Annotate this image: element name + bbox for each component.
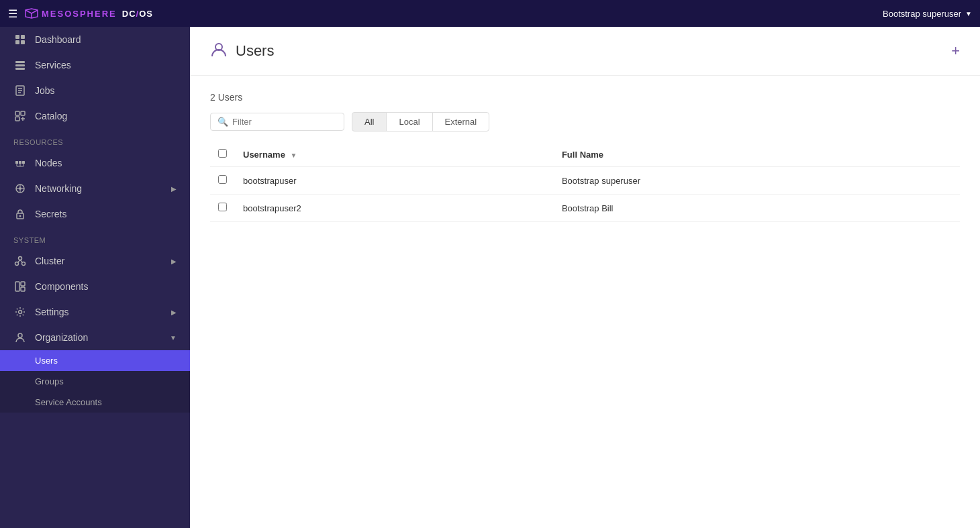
svg-point-30 — [19, 215, 21, 217]
users-table-body: bootstrapuser Bootstrap superuser bootst… — [210, 167, 960, 222]
dashboard-icon — [13, 34, 27, 46]
svg-rect-16 — [15, 161, 18, 164]
search-icon: 🔍 — [217, 117, 228, 127]
row-fullname: Bootstrap Bill — [554, 195, 960, 222]
fullname-label: Full Name — [562, 150, 603, 160]
add-user-button[interactable]: + — [951, 42, 960, 60]
page-users-icon — [210, 40, 228, 62]
svg-rect-6 — [15, 68, 25, 70]
sidebar-item-components[interactable]: Components — [0, 274, 190, 299]
main-layout: Dashboard Services — [0, 27, 980, 528]
brand-logo: MESOSPHERE DC/OS — [24, 7, 153, 19]
mesosphere-icon — [24, 7, 39, 19]
content-header: Users + — [190, 27, 980, 76]
svg-rect-3 — [21, 40, 25, 44]
sidebar-item-services[interactable]: Services — [0, 52, 190, 78]
select-all-header — [210, 142, 235, 167]
submenu-users-label: Users — [35, 356, 58, 366]
content-header-left: Users — [210, 40, 274, 62]
brand-dcos: DC/OS — [122, 9, 153, 19]
nodes-icon — [13, 157, 27, 169]
filter-tab-all[interactable]: All — [352, 112, 387, 131]
row-fullname: Bootstrap superuser — [554, 167, 960, 195]
sidebar-item-catalog[interactable]: Catalog — [0, 103, 190, 129]
sidebar-system-label: System — [0, 227, 190, 248]
sidebar-item-networking-label: Networking — [35, 183, 163, 194]
fullname-col-header: Full Name — [554, 142, 960, 167]
sidebar-item-secrets-label: Secrets — [35, 209, 177, 219]
filter-input-wrap: 🔍 — [210, 113, 344, 131]
svg-line-35 — [20, 260, 23, 263]
svg-rect-36 — [15, 282, 19, 291]
settings-icon — [13, 306, 27, 318]
sidebar-item-cluster[interactable]: Cluster ▶ — [0, 248, 190, 274]
sidebar-item-services-label: Services — [35, 60, 177, 70]
sidebar-item-networking[interactable]: Networking ▶ — [0, 176, 190, 201]
sidebar-item-nodes-label: Nodes — [35, 158, 177, 168]
svg-rect-5 — [15, 64, 25, 66]
sidebar-item-nodes[interactable]: Nodes — [0, 150, 190, 176]
submenu-groups-label: Groups — [35, 376, 64, 386]
filter-tab-external[interactable]: External — [432, 112, 490, 131]
svg-point-39 — [19, 311, 22, 314]
topnav: ☰ MESOSPHERE DC/OS Bootstrap superuser ▼ — [0, 0, 980, 27]
sidebar-item-components-label: Components — [35, 281, 177, 292]
jobs-icon — [13, 85, 27, 97]
topnav-username: Bootstrap superuser — [883, 9, 961, 19]
organization-icon — [13, 331, 27, 344]
select-all-checkbox[interactable] — [218, 149, 227, 158]
filter-input[interactable] — [232, 117, 337, 127]
row-checkbox[interactable] — [218, 203, 227, 211]
username-col-header[interactable]: Username ▼ — [235, 142, 554, 167]
svg-rect-11 — [15, 111, 19, 115]
sidebar-submenu-service-accounts[interactable]: Service Accounts — [0, 392, 190, 413]
svg-point-31 — [19, 257, 22, 260]
sidebar-item-dashboard[interactable]: Dashboard — [0, 27, 190, 52]
sidebar-submenu-groups[interactable]: Groups — [0, 371, 190, 392]
sidebar-item-settings[interactable]: Settings ▶ — [0, 299, 190, 325]
sidebar-item-settings-label: Settings — [35, 307, 163, 317]
content-area: Users + 2 Users 🔍 All Local External — [190, 27, 980, 528]
hamburger-icon[interactable]: ☰ — [8, 7, 17, 20]
secrets-icon — [13, 208, 27, 220]
sidebar-submenu-users[interactable]: Users — [0, 350, 190, 371]
row-checkbox-cell — [210, 167, 235, 195]
svg-line-34 — [18, 260, 21, 263]
topnav-dropdown-arrow: ▼ — [965, 10, 972, 17]
topnav-left: ☰ MESOSPHERE DC/OS — [8, 7, 153, 20]
services-icon — [13, 59, 27, 71]
sidebar-item-organization-label: Organization — [35, 332, 162, 343]
networking-icon — [13, 182, 27, 195]
settings-arrow: ▶ — [171, 309, 177, 316]
sidebar-item-catalog-label: Catalog — [35, 111, 177, 121]
cluster-icon — [13, 255, 27, 267]
svg-rect-37 — [21, 282, 25, 286]
svg-rect-38 — [21, 287, 25, 291]
table-header-row: Username ▼ Full Name — [210, 142, 960, 167]
username-label: Username — [243, 150, 285, 160]
sidebar-item-organization[interactable]: Organization ▼ — [0, 325, 190, 350]
organization-submenu: Users Groups Service Accounts — [0, 350, 190, 413]
topnav-user[interactable]: Bootstrap superuser ▼ — [883, 9, 972, 19]
filter-tab-local[interactable]: Local — [386, 112, 432, 131]
svg-rect-18 — [22, 161, 25, 164]
sidebar-item-jobs-label: Jobs — [35, 85, 177, 96]
cluster-arrow: ▶ — [171, 258, 177, 265]
row-checkbox-cell — [210, 195, 235, 222]
row-checkbox[interactable] — [218, 175, 227, 184]
users-count: 2 Users — [210, 92, 960, 103]
svg-point-40 — [18, 333, 22, 337]
sidebar-item-secrets[interactable]: Secrets — [0, 201, 190, 227]
row-username[interactable]: bootstrapuser2 — [235, 195, 554, 222]
table-row: bootstrapuser2 Bootstrap Bill — [210, 195, 960, 222]
svg-rect-2 — [15, 40, 19, 44]
content-body: 2 Users 🔍 All Local External — [190, 76, 980, 238]
svg-rect-0 — [15, 35, 19, 39]
submenu-service-accounts-label: Service Accounts — [35, 397, 102, 407]
sidebar-item-jobs[interactable]: Jobs — [0, 78, 190, 103]
table-row: bootstrapuser Bootstrap superuser — [210, 167, 960, 195]
sort-icon: ▼ — [291, 152, 297, 159]
svg-rect-4 — [15, 61, 25, 63]
row-username[interactable]: bootstrapuser — [235, 167, 554, 195]
sidebar-item-dashboard-label: Dashboard — [35, 34, 177, 45]
